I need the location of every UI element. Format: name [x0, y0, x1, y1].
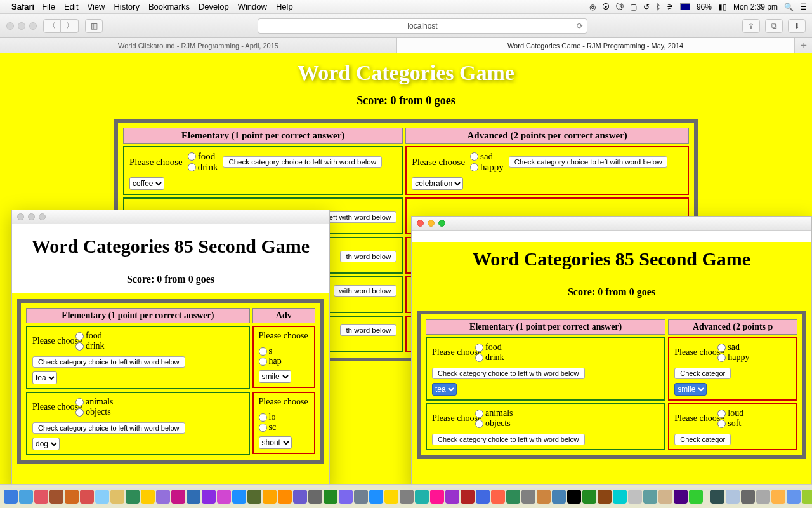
- radio-drink[interactable]: [188, 163, 196, 171]
- check-button[interactable]: Check categor: [674, 434, 731, 445]
- window-minimize-icon[interactable]: [28, 213, 35, 220]
- radio-food[interactable]: [75, 332, 84, 340]
- dock-app-icon[interactable]: [19, 490, 33, 504]
- radio-opt[interactable]: [259, 413, 267, 422]
- dock-app-icon[interactable]: [613, 490, 627, 504]
- dock-app-icon[interactable]: [126, 490, 140, 504]
- window-zoom-icon[interactable]: [438, 220, 445, 227]
- dock-app-icon[interactable]: [232, 490, 246, 504]
- radio-drink[interactable]: [475, 354, 483, 362]
- dock-app-icon[interactable]: [263, 490, 277, 504]
- safari-menu[interactable]: Safari: [11, 2, 34, 11]
- dock-app-icon[interactable]: [247, 490, 261, 504]
- popup-titlebar[interactable]: [412, 217, 811, 231]
- menu-help[interactable]: Help: [276, 2, 293, 11]
- dock-app-icon[interactable]: [171, 490, 185, 504]
- dock-app-icon[interactable]: [324, 490, 337, 504]
- word-select[interactable]: tea: [432, 383, 457, 396]
- dock-app-icon[interactable]: [49, 490, 63, 504]
- menu-develop[interactable]: Develop: [199, 2, 229, 11]
- dock-app-icon[interactable]: [293, 490, 307, 504]
- dock-app-icon[interactable]: [400, 490, 414, 504]
- dock-app-icon[interactable]: [689, 490, 703, 504]
- back-button[interactable]: 〈: [43, 19, 61, 33]
- status-bold-b-icon[interactable]: Ⓑ: [616, 1, 624, 12]
- radio-animals[interactable]: [475, 410, 483, 418]
- radio-food[interactable]: [188, 152, 196, 161]
- dock-app-icon[interactable]: [354, 490, 368, 504]
- status-flag-icon[interactable]: [680, 3, 690, 10]
- window-close-icon[interactable]: [417, 220, 424, 227]
- check-button[interactable]: Check category choice to left with word …: [509, 156, 668, 168]
- dock-app-icon[interactable]: [741, 490, 755, 504]
- status-spotlight-icon[interactable]: 🔍: [784, 3, 794, 11]
- dock-app-icon[interactable]: [491, 490, 505, 504]
- dock-app-icon[interactable]: [156, 490, 170, 504]
- radio-opt[interactable]: [259, 358, 267, 366]
- radio-soft[interactable]: [717, 420, 726, 428]
- dock-app-icon[interactable]: [598, 490, 612, 504]
- status-wifi-icon[interactable]: ⚞: [667, 3, 674, 11]
- dock-app-icon[interactable]: [278, 490, 292, 504]
- dock-app-icon[interactable]: [95, 490, 109, 504]
- window-minimize-icon[interactable]: [18, 22, 25, 30]
- dock-app-icon[interactable]: [187, 490, 200, 504]
- check-button[interactable]: Check categor: [674, 368, 731, 379]
- status-airplay-icon[interactable]: ▢: [630, 3, 637, 11]
- radio-happy[interactable]: [717, 354, 726, 362]
- check-button[interactable]: Check category choice to left with word …: [32, 356, 185, 368]
- dock-app-icon[interactable]: [787, 490, 801, 504]
- menu-edit[interactable]: Edit: [64, 2, 78, 11]
- dock-app-icon[interactable]: [658, 490, 672, 504]
- dock-app-icon[interactable]: [65, 490, 79, 504]
- radio-happy[interactable]: [470, 163, 478, 171]
- dock-app-icon[interactable]: [110, 490, 124, 504]
- check-button[interactable]: Check category choice to left with word …: [432, 368, 585, 379]
- new-tab-button[interactable]: ＋: [794, 38, 812, 53]
- radio-sad[interactable]: [470, 152, 478, 161]
- word-select[interactable]: coffee: [129, 177, 164, 190]
- check-button[interactable]: th word below: [340, 251, 396, 262]
- browser-tab-1[interactable]: World Clickaround - RJM Programming - Ap…: [0, 38, 397, 53]
- dock-app-icon[interactable]: [384, 490, 398, 504]
- downloads-button[interactable]: ⬇: [788, 19, 806, 33]
- check-button[interactable]: with word below: [334, 285, 397, 297]
- dock-app-icon[interactable]: [552, 490, 566, 504]
- dock-app-icon[interactable]: [461, 490, 475, 504]
- tabs-button[interactable]: ⧉: [765, 19, 783, 33]
- dock-app-icon[interactable]: [34, 490, 48, 504]
- radio-objects[interactable]: [475, 420, 483, 428]
- word-select[interactable]: shout: [259, 436, 292, 449]
- sidebar-button[interactable]: ▥: [85, 19, 103, 33]
- browser-tab-2[interactable]: Word Categories Game - RJM Programming -…: [397, 38, 794, 53]
- check-button[interactable]: Check category choice to left with word …: [223, 156, 382, 168]
- word-select[interactable]: tea: [32, 371, 57, 384]
- dock-app-icon[interactable]: [802, 490, 812, 504]
- status-clock[interactable]: Mon 2:39 pm: [733, 3, 778, 11]
- forward-button[interactable]: 〉: [61, 19, 79, 33]
- word-select[interactable]: dog: [32, 438, 60, 450]
- dock-app-icon[interactable]: [726, 490, 740, 504]
- dock-app-icon[interactable]: [308, 490, 322, 504]
- dock-app-icon[interactable]: [537, 490, 551, 504]
- dock-app-icon[interactable]: [582, 490, 596, 504]
- dock-app-icon[interactable]: [430, 490, 444, 504]
- dock-app-icon[interactable]: [710, 490, 724, 504]
- status-battery-icon[interactable]: ▮▯: [718, 3, 727, 11]
- radio-animals[interactable]: [75, 398, 84, 406]
- radio-opt[interactable]: [259, 424, 267, 432]
- status-notifications-icon[interactable]: ☰: [800, 3, 807, 11]
- radio-loud[interactable]: [717, 410, 726, 418]
- menu-bookmarks[interactable]: Bookmarks: [148, 2, 190, 11]
- check-button[interactable]: Check category choice to left with word …: [432, 434, 585, 445]
- dock-app-icon[interactable]: [217, 490, 231, 504]
- menu-history[interactable]: History: [114, 2, 139, 11]
- dock-app-icon[interactable]: [521, 490, 535, 504]
- address-bar[interactable]: localhost ⟳: [258, 18, 587, 34]
- dock-app-icon[interactable]: [567, 490, 581, 504]
- window-zoom-icon[interactable]: [29, 22, 37, 30]
- radio-opt[interactable]: [259, 347, 267, 356]
- dock-app-icon[interactable]: [756, 490, 770, 504]
- window-controls[interactable]: [6, 22, 37, 30]
- popup-titlebar[interactable]: [12, 210, 329, 224]
